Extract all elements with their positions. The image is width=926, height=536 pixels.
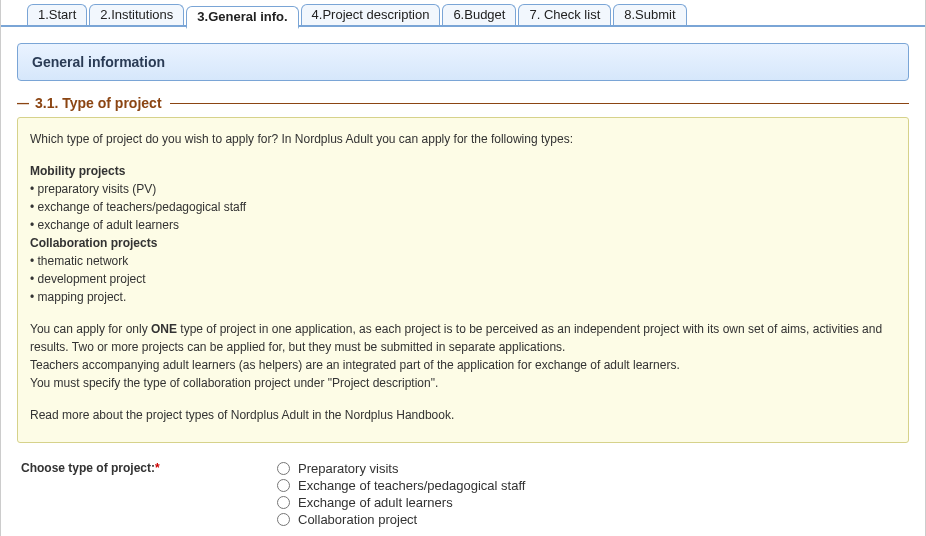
mobility-heading: Mobility projects: [30, 162, 896, 180]
tab-submit[interactable]: 8.Submit: [613, 4, 686, 25]
tab-bar: 1.Start 2.Institutions 3.General info. 4…: [1, 0, 925, 27]
radio-input[interactable]: [277, 479, 290, 492]
section-rule: [170, 103, 909, 104]
tab-general-info[interactable]: 3.General info.: [186, 6, 298, 29]
section-header: — 3.1. Type of project: [17, 95, 909, 111]
radio-input[interactable]: [277, 513, 290, 526]
info-box: Which type of project do you wish to app…: [17, 117, 909, 443]
mobility-item: • exchange of teachers/pedagogical staff: [30, 198, 896, 216]
radio-exchange-teachers[interactable]: Exchange of teachers/pedagogical staff: [277, 478, 525, 493]
mobility-item: • exchange of adult learners: [30, 216, 896, 234]
radio-label: Exchange of teachers/pedagogical staff: [298, 478, 525, 493]
project-type-radio-group: Preparatory visits Exchange of teachers/…: [277, 461, 525, 527]
info-specify-line: You must specify the type of collaborati…: [30, 374, 896, 392]
collab-item: • development project: [30, 270, 896, 288]
radio-input[interactable]: [277, 496, 290, 509]
tab-project-description[interactable]: 4.Project description: [301, 4, 441, 25]
tab-institutions[interactable]: 2.Institutions: [89, 4, 184, 25]
info-one-line: You can apply for only ONE type of proje…: [30, 320, 896, 356]
radio-label: Preparatory visits: [298, 461, 398, 476]
collab-item: • mapping project.: [30, 288, 896, 306]
mobility-item: • preparatory visits (PV): [30, 180, 896, 198]
choose-project-row: Choose type of project:* Preparatory vis…: [17, 457, 909, 536]
panel-title: General information: [17, 43, 909, 81]
info-handbook-line: Read more about the project types of Nor…: [30, 406, 896, 424]
tab-start[interactable]: 1.Start: [27, 4, 87, 25]
collab-heading: Collaboration projects: [30, 234, 896, 252]
radio-preparatory-visits[interactable]: Preparatory visits: [277, 461, 525, 476]
section-title: 3.1. Type of project: [35, 95, 162, 111]
radio-collaboration-project[interactable]: Collaboration project: [277, 512, 525, 527]
collab-item: • thematic network: [30, 252, 896, 270]
required-mark: *: [155, 461, 160, 475]
radio-exchange-learners[interactable]: Exchange of adult learners: [277, 495, 525, 510]
choose-project-label: Choose type of project:*: [21, 461, 277, 475]
radio-input[interactable]: [277, 462, 290, 475]
radio-label: Exchange of adult learners: [298, 495, 453, 510]
section-dash-icon: —: [17, 96, 29, 110]
info-teachers-line: Teachers accompanying adult learners (as…: [30, 356, 896, 374]
info-intro: Which type of project do you wish to app…: [30, 130, 896, 148]
radio-label: Collaboration project: [298, 512, 417, 527]
tab-budget[interactable]: 6.Budget: [442, 4, 516, 25]
tab-check-list[interactable]: 7. Check list: [518, 4, 611, 25]
